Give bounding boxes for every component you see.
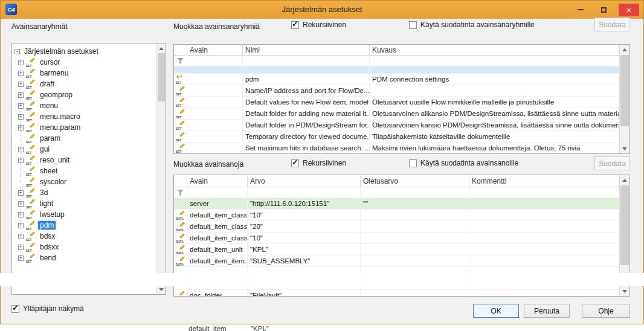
cell-arvo[interactable]: "http://111.6.0.120:15151"	[248, 198, 361, 209]
cell-kommentti[interactable]	[469, 210, 619, 220]
tree-item-bdsxx[interactable]: + bdsxx	[18, 242, 60, 252]
cell-icon[interactable]	[174, 120, 187, 130]
close-button[interactable]: ×	[619, 4, 639, 16]
tree-item-sheet[interactable]: sheet	[18, 166, 59, 176]
cancel-button[interactable]: Peruuta	[524, 304, 570, 318]
scroll-down-button[interactable]	[620, 144, 630, 153]
cell-kommentti[interactable]	[469, 221, 619, 232]
table-row[interactable]: Default values for new Flow item, model.…	[174, 97, 619, 108]
tree-scrollbar[interactable]	[156, 43, 166, 294]
tree-item-param[interactable]: param	[18, 133, 62, 144]
cell-kommentti[interactable]	[469, 255, 619, 266]
tree-item-cursor[interactable]: + cursor	[18, 57, 62, 68]
expand-icon[interactable]: +	[18, 92, 24, 98]
table-row[interactable]: default_item_unit "KPL"	[174, 244, 619, 255]
cell-arvo[interactable]: "FileVault"	[248, 290, 361, 296]
cell-icon[interactable]	[174, 233, 187, 243]
filter-cell[interactable]	[248, 187, 361, 198]
keywords-recursive-checkbox[interactable]	[291, 159, 299, 167]
column-header-nimi[interactable]: Nimi	[243, 45, 370, 55]
cell-icon[interactable]	[174, 290, 187, 296]
tree-item-lwsetup[interactable]: + lwsetup	[18, 209, 66, 220]
tree-item-reso-unit[interactable]: + reso_unit	[18, 155, 71, 166]
filter-cell[interactable]	[370, 56, 619, 66]
table-row[interactable]: Set maximum hits in database search. ...…	[174, 143, 619, 153]
cell-icon[interactable]	[174, 85, 187, 96]
cell-icon[interactable]	[174, 221, 187, 232]
expand-icon[interactable]: +	[18, 103, 24, 109]
tree-item-menu-macro[interactable]: + menu.macro	[18, 111, 82, 122]
tree-item-barmenu[interactable]: + barmenu	[18, 68, 70, 79]
tree-item-menu-param[interactable]: + menu.param	[18, 122, 82, 133]
expand-icon[interactable]: +	[18, 212, 24, 217]
keywords-filter-button[interactable]: Suodata	[594, 156, 630, 170]
collapse-icon[interactable]: -	[14, 49, 20, 54]
cell-arvo[interactable]: "KPL"	[248, 244, 361, 255]
filter-cell[interactable]	[187, 56, 243, 66]
expand-icon[interactable]: +	[18, 255, 24, 261]
table-row[interactable]: Temporary directory for viewed docume...…	[174, 131, 619, 143]
expand-icon[interactable]: +	[18, 245, 24, 250]
expand-icon[interactable]: +	[18, 201, 24, 207]
column-header-arvo[interactable]: Arvo	[248, 175, 361, 187]
cell-oletusarvo[interactable]	[361, 221, 469, 232]
tree-item-geomprop[interactable]: + geomprop	[18, 89, 74, 100]
cell-icon[interactable]	[174, 244, 187, 255]
cell-avain[interactable]: default_item_unit	[187, 244, 248, 255]
scrollbar-thumb[interactable]	[158, 53, 165, 101]
cell-avain[interactable]: doc_folder	[187, 290, 248, 296]
expand-icon[interactable]: +	[18, 190, 24, 196]
scrollbar-thumb[interactable]	[620, 185, 629, 265]
column-header-kuvaus[interactable]: Kuvaus	[370, 45, 619, 55]
column-header-avain[interactable]: Avain	[187, 45, 243, 55]
cell-kommentti[interactable]	[469, 290, 619, 296]
keywords-filter-checkbox[interactable]	[409, 159, 417, 167]
expand-icon[interactable]: +	[18, 158, 24, 163]
table-row[interactable]: default_item_class... "10"	[174, 233, 619, 244]
cell-kommentti[interactable]	[469, 233, 619, 243]
tree-item-syscolor[interactable]: syscolor	[18, 176, 68, 187]
expand-icon[interactable]: +	[18, 147, 24, 152]
groups-recursive-checkbox[interactable]	[291, 21, 299, 29]
cell-icon[interactable]	[174, 66, 187, 73]
ok-button[interactable]: OK	[473, 304, 519, 318]
expand-icon[interactable]: +	[18, 60, 24, 65]
tree-item-draft[interactable]: + draft	[18, 79, 56, 89]
cell-arvo[interactable]: "10"	[248, 210, 361, 220]
tree-item-3d[interactable]: + 3d	[18, 187, 50, 198]
filter-cell[interactable]	[187, 187, 248, 198]
cell-kuvaus[interactable]: Oletusarvot uusille Flow nimikkeille mal…	[370, 97, 619, 108]
filter-cell[interactable]	[361, 187, 469, 198]
cell-avain[interactable]: default_item_class...	[187, 233, 248, 243]
groups-table-scrollbar[interactable]	[619, 45, 630, 153]
table-row[interactable]: pdm PDM connection settings	[174, 74, 619, 85]
expand-icon[interactable]: +	[18, 125, 24, 130]
groups-filter-checkbox[interactable]	[409, 21, 417, 29]
maximize-button[interactable]	[596, 4, 611, 16]
cell-nimi[interactable]: Default folder in PDM/DesignStream for..…	[243, 120, 370, 130]
expand-icon[interactable]: +	[18, 223, 24, 228]
cell-arvo[interactable]: "10"	[248, 233, 361, 243]
cell-kuvaus[interactable]: Maksimi rivien lukumäärä haettaessa doku…	[370, 143, 619, 153]
cell-nimi[interactable]: Default folder for adding new material i…	[243, 108, 370, 119]
cell-kommentti[interactable]	[469, 198, 619, 209]
column-header-kommentti[interactable]: Kommentti	[469, 175, 619, 187]
table-row[interactable]: default_item_class... "10"	[174, 210, 619, 221]
cell-icon[interactable]	[174, 74, 187, 85]
column-header-avain[interactable]: Avain	[187, 175, 248, 187]
cell-oletusarvo[interactable]	[361, 210, 469, 220]
cell-avain[interactable]: default_item_item...	[187, 255, 248, 266]
cell-icon[interactable]	[174, 97, 187, 108]
cell-avain[interactable]: server	[187, 198, 248, 209]
cell-kuvaus[interactable]: Oletusarvoinen alikansio PDM/DesignStrea…	[370, 108, 619, 119]
cell-nimi[interactable]: Name/IP address and port for Flow/De...	[243, 85, 370, 96]
table-row[interactable]: doc_folder "FileVault"	[174, 290, 619, 296]
cell-nimi[interactable]: Default values for new Flow item, model.…	[243, 97, 370, 108]
scroll-down-button[interactable]	[620, 286, 630, 296]
table-row[interactable]: default_item_class... "20"	[174, 221, 619, 233]
column-header-oletusarvo[interactable]: Oletusarvo	[361, 175, 469, 187]
cell-kuvaus[interactable]: Oletusarvoinen kansio PDM/DesignStreamis…	[370, 120, 619, 130]
cell-avain[interactable]	[187, 120, 243, 130]
expand-icon[interactable]: +	[18, 234, 24, 239]
table-row[interactable]: Name/IP address and port for Flow/De...	[174, 85, 619, 97]
